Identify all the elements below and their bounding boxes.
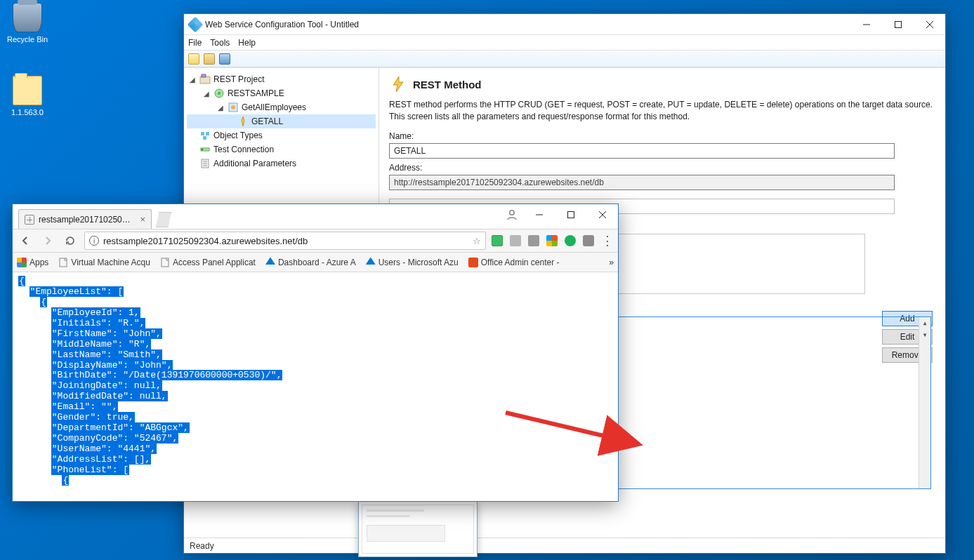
reload-button[interactable]	[62, 232, 79, 249]
svg-rect-5	[202, 74, 206, 77]
bookmarks-bar: Apps Virtual Machine Acqu Access Panel A…	[13, 253, 618, 272]
tree-object-types-label: Object Types	[213, 131, 263, 140]
panel-heading: REST Method	[413, 79, 482, 91]
panel-description: REST method performs the HTTP CRUD (GET …	[389, 99, 935, 123]
expander-icon[interactable]: ◢	[202, 90, 211, 98]
name-input[interactable]	[389, 143, 895, 159]
browser-close-button[interactable]	[586, 204, 618, 225]
address-bar: i restsample20171025092304.azurewebsites…	[13, 229, 618, 253]
ext-icon-6[interactable]	[583, 235, 594, 246]
tab-favicon	[25, 215, 34, 225]
recycle-bin-icon	[13, 3, 42, 32]
menu-help[interactable]: Help	[238, 38, 256, 48]
tree-method[interactable]: GETALL	[187, 114, 376, 128]
browser-maximize-button[interactable]	[555, 204, 586, 225]
tree-root-label: REST Project	[213, 74, 264, 84]
menu-icon[interactable]: ⋮	[601, 238, 614, 244]
save-icon[interactable]	[219, 53, 230, 65]
tab-close-icon[interactable]: ×	[140, 214, 145, 225]
svg-rect-1	[895, 21, 901, 27]
folder-label: 1.1.563.0	[3, 108, 52, 116]
ext-icon-5[interactable]	[565, 235, 576, 246]
scroll-down-icon[interactable]: ▾	[922, 329, 927, 341]
new-tab-button[interactable]	[156, 212, 171, 227]
svg-marker-20	[393, 76, 403, 92]
bookmark-1[interactable]: Virtual Machine Acqu	[58, 258, 150, 267]
expander-icon[interactable]: ◢	[188, 76, 197, 84]
windows-ext-icon[interactable]	[546, 235, 558, 246]
statusbar: Ready	[184, 538, 945, 553]
scrollbar[interactable]: ▴ ▾	[919, 317, 930, 488]
azure-icon	[366, 258, 376, 267]
star-icon[interactable]: ☆	[473, 236, 481, 246]
object-types-icon	[199, 130, 211, 141]
browser-tab[interactable]: restsample2017102509… ×	[18, 209, 152, 229]
test-connection-icon	[199, 144, 211, 155]
bookmark-5[interactable]: Office Admin center -	[468, 258, 560, 267]
titlebar[interactable]: Web Service Configuration Tool - Untitle…	[184, 14, 945, 35]
desktop-folder[interactable]: 1.1.563.0	[3, 76, 52, 116]
folder-icon	[13, 76, 42, 105]
browser-content[interactable]: { "EmployeeList": [ { "EmployeeId": 1, "…	[13, 272, 618, 501]
bookmark-2[interactable]: Access Panel Applicat	[160, 258, 256, 267]
open-icon[interactable]	[204, 53, 215, 65]
service-icon	[213, 88, 225, 99]
apps-icon	[17, 258, 27, 267]
status-text: Ready	[190, 541, 214, 551]
app-icon	[187, 16, 204, 32]
svg-rect-26	[60, 258, 67, 267]
address-input	[389, 175, 895, 190]
ext-icon-2[interactable]	[510, 235, 521, 246]
browser-titlebar[interactable]: restsample2017102509… ×	[13, 204, 618, 229]
new-icon[interactable]	[188, 53, 199, 65]
tab-title: restsample2017102509…	[39, 215, 131, 225]
scroll-up-icon[interactable]: ▴	[922, 317, 927, 329]
tree-sample[interactable]: ◢ RESTSAMPLE	[187, 86, 376, 100]
url-text: restsample20171025092304.azurewebsites.n…	[103, 236, 468, 246]
tree-sample-label: RESTSAMPLE	[228, 88, 284, 98]
bookmarks-overflow[interactable]: »	[609, 258, 614, 267]
back-button[interactable]	[17, 232, 34, 249]
svg-marker-10	[242, 116, 244, 126]
tree-object-types[interactable]: Object Types	[187, 128, 376, 142]
ext-icon-3[interactable]	[528, 235, 539, 246]
menu-tools[interactable]: Tools	[210, 38, 230, 48]
recycle-bin[interactable]: Recycle Bin	[3, 3, 52, 44]
maximize-button[interactable]	[882, 14, 914, 35]
recycle-bin-label: Recycle Bin	[3, 35, 52, 44]
tree-test-connection[interactable]: Test Connection	[187, 142, 376, 156]
tree-additional-params[interactable]: Additional Parameters	[187, 156, 376, 171]
expander-icon[interactable]: ◢	[216, 104, 225, 112]
svg-rect-12	[206, 132, 209, 135]
additional-params-icon	[199, 158, 211, 169]
svg-rect-11	[201, 132, 204, 135]
tree-root[interactable]: ◢ REST Project	[187, 72, 376, 86]
bookmark-3[interactable]: Dashboard - Azure A	[265, 258, 356, 267]
url-input[interactable]: i restsample20171025092304.azurewebsites…	[84, 232, 486, 250]
menu-file[interactable]: File	[188, 38, 202, 48]
svg-point-21	[510, 211, 514, 215]
site-info-icon[interactable]: i	[89, 236, 99, 246]
office-icon	[468, 258, 478, 267]
taskbar-preview[interactable]	[358, 501, 478, 557]
window-title: Web Service Configuration Tool - Untitle…	[205, 20, 850, 29]
close-button[interactable]	[914, 14, 945, 35]
page-icon	[160, 258, 170, 267]
resource-icon	[228, 102, 239, 113]
svg-rect-27	[162, 258, 169, 267]
ext-icon-1[interactable]	[492, 235, 503, 246]
extensions: ⋮	[492, 235, 614, 246]
svg-rect-23	[567, 212, 574, 218]
browser-window: restsample2017102509… × i restsample2017…	[12, 204, 619, 502]
tree-method-label: GETALL	[251, 116, 283, 126]
bookmark-4[interactable]: Users - Microsoft Azu	[366, 258, 459, 267]
apps-button[interactable]: Apps	[17, 258, 48, 267]
tree-resource[interactable]: ◢ GetAllEmployees	[187, 100, 376, 114]
name-label: Name:	[389, 131, 935, 141]
forward-button[interactable]	[39, 232, 56, 249]
tree-resource-label: GetAllEmployees	[242, 102, 306, 112]
svg-point-15	[202, 149, 204, 151]
minimize-button[interactable]	[850, 14, 882, 35]
profile-icon[interactable]	[504, 207, 520, 222]
browser-minimize-button[interactable]	[523, 204, 555, 225]
